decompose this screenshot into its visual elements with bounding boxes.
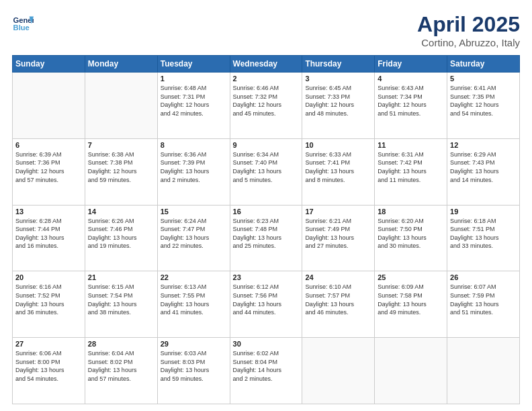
col-tuesday: Tuesday — [157, 56, 230, 73]
table-row — [375, 338, 447, 404]
table-row: 4Sunrise: 6:43 AM Sunset: 7:34 PM Daylig… — [375, 73, 447, 139]
day-number: 14 — [88, 208, 154, 216]
table-row: 1Sunrise: 6:48 AM Sunset: 7:31 PM Daylig… — [157, 73, 230, 139]
day-number: 17 — [305, 208, 371, 216]
day-info: Sunrise: 6:33 AM Sunset: 7:41 PM Dayligh… — [305, 150, 371, 184]
day-number: 16 — [233, 208, 300, 216]
calendar-week-row: 1Sunrise: 6:48 AM Sunset: 7:31 PM Daylig… — [13, 73, 520, 139]
col-monday: Monday — [85, 56, 157, 73]
day-info: Sunrise: 6:39 AM Sunset: 7:36 PM Dayligh… — [15, 150, 82, 184]
calendar-week-row: 27Sunrise: 6:06 AM Sunset: 8:00 PM Dayli… — [13, 338, 520, 404]
table-row: 5Sunrise: 6:41 AM Sunset: 7:35 PM Daylig… — [447, 73, 520, 139]
svg-text:Blue: Blue — [13, 24, 30, 32]
calendar-week-row: 6Sunrise: 6:39 AM Sunset: 7:36 PM Daylig… — [13, 138, 520, 205]
day-number: 25 — [378, 273, 444, 281]
day-info: Sunrise: 6:10 AM Sunset: 7:57 PM Dayligh… — [305, 283, 371, 316]
day-info: Sunrise: 6:43 AM Sunset: 7:34 PM Dayligh… — [378, 84, 444, 118]
day-number: 7 — [88, 141, 154, 149]
table-row: 20Sunrise: 6:16 AM Sunset: 7:52 PM Dayli… — [13, 271, 85, 338]
day-number: 8 — [161, 141, 227, 149]
calendar-header-row: Sunday Monday Tuesday Wednesday Thursday… — [13, 56, 520, 73]
table-row — [13, 73, 85, 139]
day-number: 5 — [450, 75, 517, 83]
col-friday: Friday — [375, 56, 447, 73]
day-info: Sunrise: 6:18 AM Sunset: 7:51 PM Dayligh… — [450, 217, 517, 250]
day-info: Sunrise: 6:20 AM Sunset: 7:50 PM Dayligh… — [378, 217, 444, 250]
table-row: 28Sunrise: 6:04 AM Sunset: 8:02 PM Dayli… — [85, 338, 157, 404]
day-number: 28 — [88, 340, 154, 348]
day-info: Sunrise: 6:26 AM Sunset: 7:46 PM Dayligh… — [88, 217, 154, 250]
day-number: 9 — [233, 141, 300, 149]
table-row: 21Sunrise: 6:15 AM Sunset: 7:54 PM Dayli… — [85, 271, 157, 338]
col-saturday: Saturday — [447, 56, 520, 73]
table-row: 29Sunrise: 6:03 AM Sunset: 8:03 PM Dayli… — [157, 338, 230, 404]
day-number: 20 — [15, 273, 82, 281]
table-row: 13Sunrise: 6:28 AM Sunset: 7:44 PM Dayli… — [13, 205, 85, 271]
day-number: 4 — [378, 75, 444, 83]
header: General Blue April 2025 Cortino, Abruzzo… — [12, 12, 520, 48]
day-info: Sunrise: 6:07 AM Sunset: 7:59 PM Dayligh… — [450, 283, 517, 316]
table-row: 17Sunrise: 6:21 AM Sunset: 7:49 PM Dayli… — [302, 205, 375, 271]
day-info: Sunrise: 6:28 AM Sunset: 7:44 PM Dayligh… — [15, 217, 82, 250]
day-info: Sunrise: 6:09 AM Sunset: 7:58 PM Dayligh… — [378, 283, 444, 316]
calendar: Sunday Monday Tuesday Wednesday Thursday… — [12, 55, 520, 404]
title-block: April 2025 Cortino, Abruzzo, Italy — [417, 12, 520, 48]
table-row — [447, 338, 520, 404]
day-number: 29 — [161, 340, 227, 348]
day-number: 10 — [305, 141, 371, 149]
day-info: Sunrise: 6:41 AM Sunset: 7:35 PM Dayligh… — [450, 84, 517, 118]
subtitle: Cortino, Abruzzo, Italy — [417, 37, 520, 48]
table-row: 24Sunrise: 6:10 AM Sunset: 7:57 PM Dayli… — [302, 271, 375, 338]
col-sunday: Sunday — [13, 56, 85, 73]
table-row: 23Sunrise: 6:12 AM Sunset: 7:56 PM Dayli… — [230, 271, 302, 338]
table-row: 18Sunrise: 6:20 AM Sunset: 7:50 PM Dayli… — [375, 205, 447, 271]
table-row: 12Sunrise: 6:29 AM Sunset: 7:43 PM Dayli… — [447, 138, 520, 205]
table-row: 14Sunrise: 6:26 AM Sunset: 7:46 PM Dayli… — [85, 205, 157, 271]
day-info: Sunrise: 6:36 AM Sunset: 7:39 PM Dayligh… — [161, 150, 227, 184]
table-row: 26Sunrise: 6:07 AM Sunset: 7:59 PM Dayli… — [447, 271, 520, 338]
day-number: 15 — [161, 208, 227, 216]
day-info: Sunrise: 6:16 AM Sunset: 7:52 PM Dayligh… — [15, 283, 82, 316]
day-info: Sunrise: 6:21 AM Sunset: 7:49 PM Dayligh… — [305, 217, 371, 250]
page: General Blue April 2025 Cortino, Abruzzo… — [0, 0, 532, 411]
table-row: 8Sunrise: 6:36 AM Sunset: 7:39 PM Daylig… — [157, 138, 230, 205]
day-info: Sunrise: 6:46 AM Sunset: 7:32 PM Dayligh… — [233, 84, 300, 118]
day-number: 27 — [15, 340, 82, 348]
day-number: 18 — [378, 208, 444, 216]
day-info: Sunrise: 6:24 AM Sunset: 7:47 PM Dayligh… — [161, 217, 227, 250]
calendar-week-row: 20Sunrise: 6:16 AM Sunset: 7:52 PM Dayli… — [13, 271, 520, 338]
day-number: 24 — [305, 273, 371, 281]
table-row: 6Sunrise: 6:39 AM Sunset: 7:36 PM Daylig… — [13, 138, 85, 205]
table-row: 2Sunrise: 6:46 AM Sunset: 7:32 PM Daylig… — [230, 73, 302, 139]
day-number: 3 — [305, 75, 371, 83]
day-info: Sunrise: 6:06 AM Sunset: 8:00 PM Dayligh… — [15, 349, 82, 383]
day-info: Sunrise: 6:02 AM Sunset: 8:04 PM Dayligh… — [233, 349, 300, 383]
day-info: Sunrise: 6:12 AM Sunset: 7:56 PM Dayligh… — [233, 283, 300, 316]
day-number: 1 — [161, 75, 227, 83]
table-row: 11Sunrise: 6:31 AM Sunset: 7:42 PM Dayli… — [375, 138, 447, 205]
day-number: 2 — [233, 75, 300, 83]
table-row: 3Sunrise: 6:45 AM Sunset: 7:33 PM Daylig… — [302, 73, 375, 139]
day-info: Sunrise: 6:13 AM Sunset: 7:55 PM Dayligh… — [161, 283, 227, 316]
day-info: Sunrise: 6:38 AM Sunset: 7:38 PM Dayligh… — [88, 150, 154, 184]
day-number: 11 — [378, 141, 444, 149]
table-row: 22Sunrise: 6:13 AM Sunset: 7:55 PM Dayli… — [157, 271, 230, 338]
day-number: 22 — [161, 273, 227, 281]
col-wednesday: Wednesday — [230, 56, 302, 73]
table-row — [302, 338, 375, 404]
day-number: 12 — [450, 141, 517, 149]
logo-icon: General Blue — [12, 12, 34, 34]
calendar-week-row: 13Sunrise: 6:28 AM Sunset: 7:44 PM Dayli… — [13, 205, 520, 271]
table-row: 7Sunrise: 6:38 AM Sunset: 7:38 PM Daylig… — [85, 138, 157, 205]
day-number: 13 — [15, 208, 82, 216]
day-info: Sunrise: 6:48 AM Sunset: 7:31 PM Dayligh… — [161, 84, 227, 118]
table-row: 30Sunrise: 6:02 AM Sunset: 8:04 PM Dayli… — [230, 338, 302, 404]
day-info: Sunrise: 6:15 AM Sunset: 7:54 PM Dayligh… — [88, 283, 154, 316]
table-row: 9Sunrise: 6:34 AM Sunset: 7:40 PM Daylig… — [230, 138, 302, 205]
table-row: 16Sunrise: 6:23 AM Sunset: 7:48 PM Dayli… — [230, 205, 302, 271]
day-info: Sunrise: 6:31 AM Sunset: 7:42 PM Dayligh… — [378, 150, 444, 184]
day-info: Sunrise: 6:34 AM Sunset: 7:40 PM Dayligh… — [233, 150, 300, 184]
main-title: April 2025 — [417, 12, 520, 37]
table-row: 15Sunrise: 6:24 AM Sunset: 7:47 PM Dayli… — [157, 205, 230, 271]
day-info: Sunrise: 6:03 AM Sunset: 8:03 PM Dayligh… — [161, 349, 227, 383]
